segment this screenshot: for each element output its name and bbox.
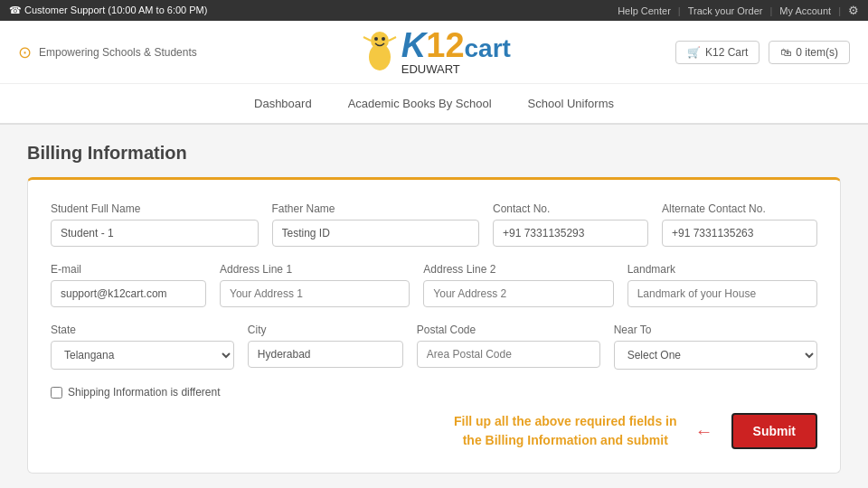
main-content: Billing Information Student Full Name Fa… bbox=[0, 125, 868, 488]
items-label: 0 item(s) bbox=[796, 46, 838, 59]
help-center-link[interactable]: Help Center bbox=[618, 5, 671, 16]
landmark-input[interactable] bbox=[627, 280, 817, 307]
cart-icon: 🛒 bbox=[687, 46, 701, 59]
shipping-checkbox-row: Shipping Information is different bbox=[51, 386, 817, 399]
postal-label: Postal Code bbox=[417, 324, 600, 336]
settings-icon[interactable]: ⚙ bbox=[848, 4, 859, 17]
bag-icon: 🛍 bbox=[780, 46, 791, 59]
fill-message-line1: Fill up all the above required fields in bbox=[454, 412, 677, 431]
sep3: | bbox=[838, 5, 841, 16]
email-group: E-mail bbox=[51, 263, 206, 307]
nav-school-uniforms[interactable]: School Uniforms bbox=[528, 93, 614, 114]
logo-text-group: K 12 cart EDUWART bbox=[401, 28, 511, 76]
nav-bar: Dashboard Academic Books By School Schoo… bbox=[0, 84, 868, 125]
logo-sub: EDUWART bbox=[401, 62, 511, 76]
submit-button[interactable]: Submit bbox=[731, 413, 817, 449]
svg-line-4 bbox=[363, 37, 371, 41]
state-group: State Telangana bbox=[51, 324, 234, 370]
cart-label: K12 Cart bbox=[705, 46, 748, 59]
svg-line-5 bbox=[389, 37, 396, 41]
student-name-label: Student Full Name bbox=[51, 202, 259, 215]
alt-contact-label: Alternate Contact No. bbox=[662, 202, 817, 215]
svg-point-1 bbox=[371, 32, 389, 50]
contact-group: Contact No. bbox=[493, 202, 648, 247]
support-label: ☎ Customer Support (10:00 AM to 6:00 PM) bbox=[9, 5, 207, 16]
landmark-label: Landmark bbox=[627, 263, 817, 276]
addr1-group: Address Line 1 bbox=[220, 263, 410, 307]
items-button[interactable]: 🛍 0 item(s) bbox=[769, 41, 850, 64]
student-name-group: Student Full Name bbox=[51, 202, 259, 247]
state-label: State bbox=[51, 324, 234, 336]
nav-academic-books[interactable]: Academic Books By School bbox=[348, 93, 492, 114]
sep2: | bbox=[769, 5, 772, 16]
logo-container: K 12 cart EDUWART bbox=[362, 28, 511, 76]
landmark-group: Landmark bbox=[627, 263, 817, 307]
addr2-group: Address Line 2 bbox=[423, 263, 613, 307]
form-row-3: State Telangana City Postal Code Near To… bbox=[51, 324, 817, 370]
email-label: E-mail bbox=[51, 263, 206, 276]
alt-contact-group: Alternate Contact No. bbox=[662, 202, 817, 247]
top-bar-right: Help Center | Track your Order | My Acco… bbox=[618, 4, 859, 17]
header-left: ⊙ Empowering Schools & Students bbox=[18, 42, 197, 62]
arrow-icon: ← bbox=[695, 421, 713, 442]
addr1-input[interactable] bbox=[220, 280, 410, 307]
addr2-label: Address Line 2 bbox=[423, 263, 613, 276]
logo-k: K bbox=[401, 28, 426, 62]
form-row-1: Student Full Name Father Name Contact No… bbox=[51, 202, 817, 247]
k12cart-button[interactable]: 🛒 K12 Cart bbox=[675, 41, 760, 64]
nearto-label: Near To bbox=[614, 324, 817, 336]
father-name-input[interactable] bbox=[272, 220, 480, 247]
contact-label: Contact No. bbox=[493, 202, 648, 215]
alt-contact-input[interactable] bbox=[662, 220, 817, 247]
form-row-2: E-mail Address Line 1 Address Line 2 Lan… bbox=[51, 263, 817, 307]
svg-point-3 bbox=[382, 37, 385, 41]
student-name-input[interactable] bbox=[51, 220, 259, 247]
bottom-section: Fill up all the above required fields in… bbox=[51, 412, 817, 450]
billing-form-card: Student Full Name Father Name Contact No… bbox=[27, 177, 841, 474]
nearto-select[interactable]: Select One bbox=[614, 341, 817, 370]
logo-cart: cart bbox=[465, 36, 511, 61]
mascot-icon bbox=[362, 30, 398, 75]
fill-message-line2: the Billing Information and submit bbox=[454, 431, 677, 450]
addr2-input[interactable] bbox=[423, 280, 613, 307]
sep1: | bbox=[678, 5, 681, 16]
header-right: 🛒 K12 Cart 🛍 0 item(s) bbox=[675, 41, 850, 64]
postal-input[interactable] bbox=[417, 341, 600, 368]
father-name-group: Father Name bbox=[272, 202, 480, 247]
tagline: Empowering Schools & Students bbox=[39, 46, 197, 59]
shipping-label[interactable]: Shipping Information is different bbox=[68, 386, 221, 399]
city-group: City bbox=[248, 324, 403, 370]
email-input[interactable] bbox=[51, 280, 206, 307]
nearto-group: Near To Select One bbox=[614, 324, 817, 370]
page-title: Billing Information bbox=[27, 143, 841, 164]
addr1-label: Address Line 1 bbox=[220, 263, 410, 276]
fill-message: Fill up all the above required fields in… bbox=[454, 412, 677, 450]
shield-icon: ⊙ bbox=[18, 42, 32, 62]
logo-image: K 12 cart EDUWART bbox=[362, 28, 511, 76]
state-select[interactable]: Telangana bbox=[51, 341, 234, 370]
top-bar: ☎ Customer Support (10:00 AM to 6:00 PM)… bbox=[0, 0, 868, 21]
shipping-checkbox[interactable] bbox=[51, 387, 62, 399]
contact-input[interactable] bbox=[493, 220, 648, 247]
my-account-link[interactable]: My Account bbox=[779, 5, 831, 16]
header: ⊙ Empowering Schools & Students K 12 car… bbox=[0, 21, 868, 84]
father-name-label: Father Name bbox=[272, 202, 480, 215]
nav-dashboard[interactable]: Dashboard bbox=[254, 93, 312, 114]
track-order-link[interactable]: Track your Order bbox=[688, 5, 763, 16]
city-label: City bbox=[248, 324, 403, 336]
city-input[interactable] bbox=[248, 341, 403, 368]
logo-12: 12 bbox=[426, 28, 464, 62]
postal-group: Postal Code bbox=[417, 324, 600, 370]
svg-point-2 bbox=[374, 37, 378, 41]
